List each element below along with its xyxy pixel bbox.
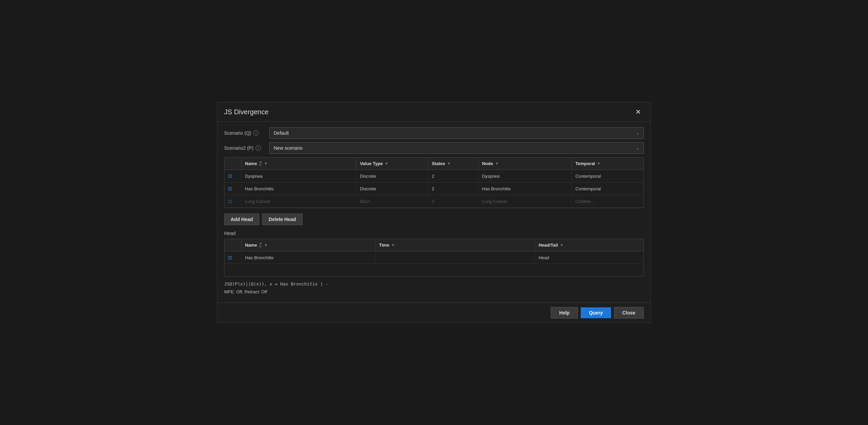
head-table-header: Name ▲ ▽ ▼ Time ▼ Head/Tail ▼ [225, 239, 643, 251]
th-temporal: Temporal ▼ [572, 158, 643, 170]
close-x-button[interactable]: ✕ [633, 106, 644, 117]
th-states: States ▼ [428, 158, 478, 170]
main-table: Name ▲ ▽ ▼ Value Type ▼ States ▼ Node [224, 157, 644, 208]
ht-row1-name: Has Bronchitis [242, 251, 376, 264]
node-icon: ⊡ [228, 255, 232, 260]
actions-row: Add Head Delete Head [224, 214, 644, 225]
help-button[interactable]: Help [551, 307, 578, 319]
row1-temporal: Contemporal [572, 170, 643, 182]
table-row[interactable]: ⊡ Lung Cancer Discr... 2 Lung Cancer Con… [225, 195, 643, 208]
ht-row1-icon: ⊡ [225, 251, 242, 264]
scenario-q-select[interactable]: Default ⌄ [269, 127, 644, 139]
ht-th-time: Time ▼ [376, 239, 535, 251]
th-valuetype: Value Type ▼ [357, 158, 429, 170]
dialog-title: JS Divergence [224, 108, 269, 116]
ht-row1-headtail: Head [535, 251, 643, 264]
row2-temporal: Contemporal [572, 182, 643, 195]
scenario-q-label: Scenario (Q) i [224, 130, 265, 136]
query-button[interactable]: Query [581, 307, 611, 318]
row3-temporal: Contem... [572, 195, 643, 207]
ht-th-headtail: Head/Tail ▼ [535, 239, 643, 251]
scenario-p-info-icon: i [256, 145, 261, 151]
ht-th-icon [225, 239, 242, 251]
th-node: Node ▼ [479, 158, 572, 170]
row3-name: Lung Cancer [242, 195, 357, 207]
name-sort-icons[interactable]: ▲ ▽ [259, 160, 262, 167]
scenario-q-info-icon: i [253, 130, 259, 136]
row1-valuetype: Discrete [357, 170, 429, 182]
scenario-p-label: Scenario2 (P) i [224, 145, 265, 151]
scenario-q-chevron-icon: ⌄ [636, 131, 639, 135]
ht-name-sort-icons[interactable]: ▲ ▽ [259, 242, 262, 248]
scenario-q-row: Scenario (Q) i Default ⌄ [224, 127, 644, 139]
close-button[interactable]: Close [614, 307, 644, 319]
mpe-text: MPE: Off, Retract: Off [224, 289, 644, 294]
empty-row [225, 264, 643, 276]
table-row[interactable]: ⊡ Has Bronchitis Discrete 2 Has Bronchit… [225, 182, 643, 195]
scenario-p-chevron-icon: ⌄ [636, 146, 639, 150]
row3-states: 2 [428, 195, 478, 207]
th-icon [225, 158, 242, 170]
ht-th-name: Name ▲ ▽ ▼ [242, 239, 376, 251]
dialog-header: JS Divergence ✕ [217, 102, 651, 122]
table-row[interactable]: ⊡ Has Bronchitis Head [225, 251, 643, 264]
add-head-button[interactable]: Add Head [224, 214, 259, 225]
row3-valuetype: Discr... [357, 195, 429, 207]
row3-icon: ⊡ [225, 195, 242, 207]
row1-name: Dyspnea [242, 170, 357, 182]
delete-head-button[interactable]: Delete Head [262, 214, 302, 225]
node-icon: ⊡ [228, 186, 232, 191]
main-table-header: Name ▲ ▽ ▼ Value Type ▼ States ▼ Node [225, 158, 643, 170]
th-name: Name ▲ ▽ ▼ [242, 158, 357, 170]
head-section-label: Head [224, 231, 644, 236]
js-divergence-dialog: JS Divergence ✕ Scenario (Q) i Default ⌄… [217, 102, 651, 323]
ht-row1-time [376, 251, 535, 264]
scenario-p-row: Scenario2 (P) i New scenario ⌄ [224, 142, 644, 154]
row2-node: Has Bronchitis [479, 182, 572, 195]
states-filter-icon[interactable]: ▼ [447, 162, 450, 165]
ht-headtail-filter-icon[interactable]: ▼ [560, 243, 563, 247]
formula-text: JSD(P(x)||Q(x)), x = Has Bronchitis | - [224, 281, 644, 287]
row2-name: Has Bronchitis [242, 182, 357, 195]
row1-node: Dyspnea [479, 170, 572, 182]
dialog-footer: Help Query Close [217, 303, 651, 323]
row1-icon: ⊡ [225, 170, 242, 182]
row3-node: Lung Cancer [479, 195, 572, 207]
row1-states: 2 [428, 170, 478, 182]
row2-states: 2 [428, 182, 478, 195]
temporal-filter-icon[interactable]: ▼ [597, 162, 601, 165]
table-row[interactable]: ⊡ Dyspnea Discrete 2 Dyspnea Contemporal [225, 170, 643, 182]
scenario-p-select[interactable]: New scenario ⌄ [269, 142, 644, 154]
dialog-body: Scenario (Q) i Default ⌄ Scenario2 (P) i… [217, 122, 651, 303]
main-table-body: ⊡ Dyspnea Discrete 2 Dyspnea Contemporal… [225, 170, 643, 208]
valuetype-filter-icon[interactable]: ▼ [385, 162, 388, 165]
name-filter-icon[interactable]: ▼ [264, 162, 267, 165]
node-icon: ⊡ [228, 199, 232, 204]
row2-valuetype: Discrete [357, 182, 429, 195]
ht-name-filter-icon[interactable]: ▼ [264, 243, 267, 247]
node-filter-icon[interactable]: ▼ [495, 162, 498, 165]
ht-time-filter-icon[interactable]: ▼ [391, 243, 395, 247]
head-table: Name ▲ ▽ ▼ Time ▼ Head/Tail ▼ [224, 239, 644, 277]
head-table-body: ⊡ Has Bronchitis Head [225, 251, 643, 276]
node-icon: ⊡ [228, 173, 232, 179]
row2-icon: ⊡ [225, 182, 242, 195]
